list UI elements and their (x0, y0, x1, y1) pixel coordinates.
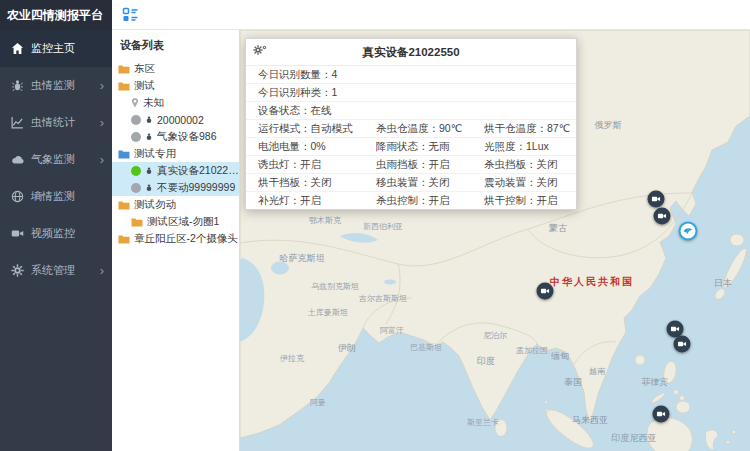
tree-item-label: 真实设备21022550 (157, 164, 239, 178)
popup-status-cell: 杀虫挡板：关闭 (472, 156, 576, 174)
device-info-popup: 真实设备21022550 今日识别数量：4今日识别种类：1设备状态：在线 运行模… (245, 38, 577, 210)
device-marker[interactable] (674, 336, 691, 353)
popup-status-cell: 诱虫灯：开启 (246, 156, 364, 174)
popup-status-cell: 杀虫控制：开启 (364, 192, 472, 209)
folder-icon (118, 200, 130, 210)
sidebar-item[interactable]: 监控主页 (0, 30, 112, 67)
popup-status-cell: 震动装置：关闭 (472, 174, 576, 192)
cluster-marker[interactable] (679, 222, 698, 241)
device-status-dot (131, 166, 141, 176)
sidebar-item-label: 监控主页 (31, 41, 75, 56)
system-settings-icon (10, 264, 24, 278)
popup-summary-row: 设备状态：在线 (246, 102, 576, 120)
tree-item-label: 测试区域-勿圈1 (147, 215, 219, 229)
tree-folder-item[interactable]: 章丘阳丘区-2个摄像头 (112, 230, 239, 247)
sidebar-item-label: 虫情统计 (31, 115, 75, 130)
tree-item-label: 测试 (134, 79, 155, 93)
sidebar-item-label: 墒情监测 (31, 189, 75, 204)
sidebar-item[interactable]: 虫情统计› (0, 104, 112, 141)
sidebar-nav: 监控主页虫情监测›虫情统计›气象监测›墒情监测视频监控系统管理› (0, 30, 112, 289)
device-type-icon (145, 133, 153, 141)
device-marker[interactable] (537, 283, 554, 300)
sidebar-item[interactable]: 气象监测› (0, 141, 112, 178)
tree-folder-item[interactable]: 测试专用 (112, 145, 239, 162)
home-icon (10, 42, 24, 56)
collapse-menu-icon[interactable] (122, 6, 139, 23)
tree-folder-item[interactable]: 测试勿动 (112, 196, 239, 213)
sidebar-item[interactable]: 视频监控 (0, 215, 112, 252)
tree-item-label: 气象设备986 (157, 130, 217, 144)
folder-icon (118, 149, 130, 159)
tree-item-label: 不要动99999999 (157, 181, 235, 195)
weather-monitor-icon (10, 153, 24, 167)
tree-folder-item[interactable]: 东区 (112, 60, 239, 77)
tree-item-label: 章丘阳丘区-2个摄像头 (134, 232, 238, 246)
tree-device-item[interactable]: 真实设备21022550 (112, 162, 239, 179)
topbar (112, 0, 750, 30)
device-type-icon (145, 116, 153, 124)
popup-status-cell: 烘干挡板：关闭 (246, 174, 364, 192)
app-window: 农业四情测报平台 监控主页虫情监测›虫情统计›气象监测›墒情监测视频监控系统管理… (0, 0, 750, 451)
device-status-dot (131, 183, 141, 193)
app-title: 农业四情测报平台 (0, 0, 112, 30)
sidebar-item-label: 视频监控 (31, 226, 75, 241)
video-monitor-icon (10, 227, 24, 241)
settings-icon[interactable] (253, 44, 267, 56)
device-marker[interactable] (653, 406, 670, 423)
tree-folder-item[interactable]: 测试区域-勿圈1 (112, 213, 239, 230)
popup-status-cell: 光照度：1Lux (472, 138, 576, 156)
soil-moisture-icon (10, 190, 24, 204)
popup-status-cell: 烘干控制：开启 (472, 192, 576, 209)
folder-icon (118, 64, 130, 74)
insect-monitor-icon (10, 79, 24, 93)
tree-device-item[interactable]: 未知 (112, 94, 239, 111)
device-panel: 设备列表 东区测试未知20000002气象设备986测试专用真实设备210225… (112, 30, 240, 451)
tree-device-item[interactable]: 气象设备986 (112, 128, 239, 145)
popup-status-cell: 降雨状态：无雨 (364, 138, 472, 156)
device-status-dot (131, 132, 141, 142)
sidebar-item-label: 气象监测 (31, 152, 75, 167)
sidebar-item[interactable]: 系统管理› (0, 252, 112, 289)
tree-item-label: 未知 (143, 96, 164, 110)
folder-icon (118, 81, 130, 91)
folder-icon (131, 217, 143, 227)
sidebar-item-label: 系统管理 (31, 263, 75, 278)
device-marker[interactable] (648, 191, 665, 208)
tree-item-label: 测试专用 (134, 147, 176, 161)
tree-item-label: 东区 (134, 62, 155, 76)
chevron-right-icon: › (100, 264, 104, 277)
tree-item-label: 测试勿动 (134, 198, 176, 212)
device-status-dot (131, 115, 141, 125)
popup-status-cell: 运行模式：自动模式 (246, 120, 364, 138)
sidebar-item[interactable]: 墒情监测 (0, 178, 112, 215)
popup-summary-row: 今日识别种类：1 (246, 84, 576, 102)
popup-status-cell: 虫雨挡板：开启 (364, 156, 472, 174)
popup-status-cell: 补光灯：开启 (246, 192, 364, 209)
chevron-right-icon: › (100, 79, 104, 92)
sidebar-item[interactable]: 虫情监测› (0, 67, 112, 104)
device-marker[interactable] (654, 208, 671, 225)
map[interactable]: 俄罗斯鄂木斯克新西伯利亚伊尔库茨克哈萨克斯坦乌兹别克斯坦吉尔吉斯斯坦土库曼斯坦伊… (240, 30, 750, 451)
tree-device-item[interactable]: 不要动99999999 (112, 179, 239, 196)
device-tree: 东区测试未知20000002气象设备986测试专用真实设备21022550不要动… (112, 60, 239, 247)
chevron-right-icon: › (100, 116, 104, 129)
folder-icon (118, 234, 130, 244)
unknown-pin-icon (131, 98, 139, 108)
sidebar-item-label: 虫情监测 (31, 78, 75, 93)
device-list-title: 设备列表 (112, 30, 239, 60)
popup-title: 真实设备21022550 (246, 39, 576, 66)
popup-status-cell: 电池电量：0% (246, 138, 364, 156)
popup-summary: 今日识别数量：4今日识别种类：1设备状态：在线 (246, 66, 576, 120)
tree-item-label: 20000002 (157, 114, 204, 126)
popup-summary-row: 今日识别数量：4 (246, 66, 576, 84)
insect-stats-icon (10, 116, 24, 130)
sidebar: 农业四情测报平台 监控主页虫情监测›虫情统计›气象监测›墒情监测视频监控系统管理… (0, 0, 112, 451)
popup-status-cell: 杀虫仓温度：90℃ (364, 120, 472, 138)
tree-folder-item[interactable]: 测试 (112, 77, 239, 94)
popup-status-cell: 烘干仓温度：87℃ (472, 120, 576, 138)
device-type-icon (145, 184, 153, 192)
tree-device-item[interactable]: 20000002 (112, 111, 239, 128)
popup-status-cell: 移虫装置：关闭 (364, 174, 472, 192)
popup-status-grid: 运行模式：自动模式杀虫仓温度：90℃烘干仓温度：87℃电池电量：0%降雨状态：无… (246, 120, 576, 209)
device-type-icon (145, 167, 153, 175)
